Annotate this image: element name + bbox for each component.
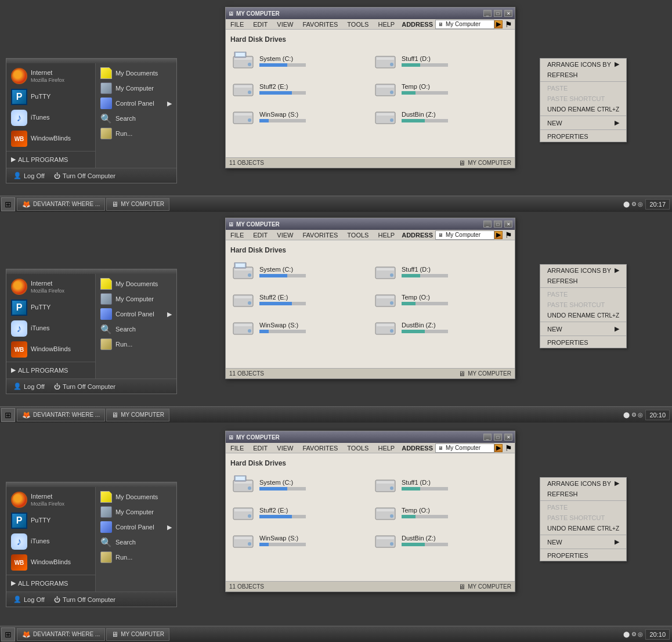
menu-edit-1[interactable]: EDIT: [248, 19, 272, 29]
address-go-btn-1[interactable]: ▶: [494, 20, 503, 28]
minimize-btn-1[interactable]: _: [483, 10, 492, 17]
taskbar-mycomp-1[interactable]: 🖥 MY COMPUTER: [106, 198, 169, 211]
menu-view-1[interactable]: VIEW: [272, 19, 298, 29]
taskbar-deviantart-1[interactable]: 🦊 DEVIANTART: WHERE ...: [17, 198, 105, 211]
drive-e-3[interactable]: Stuff2 (E:): [230, 501, 368, 524]
menu-help-3[interactable]: HELP: [373, 443, 399, 453]
menu-item-putty-1[interactable]: P PuTTY: [6, 86, 95, 107]
address-go-btn-3[interactable]: ▶: [494, 444, 503, 452]
menu-item-firefox-3[interactable]: Internet Mozilla Firefox: [6, 489, 95, 510]
menu-tools-2[interactable]: TOOLS: [342, 230, 373, 240]
drive-d-1[interactable]: Stuff1 (D:): [373, 49, 510, 73]
turnoff-button-3[interactable]: ⏻ Turn Off Computer: [52, 595, 118, 604]
ctx-new-2[interactable]: NEW ▶: [540, 323, 626, 334]
ctx-arrange-2[interactable]: ARRANGE ICONS BY ▶: [540, 265, 626, 276]
ctx-new-3[interactable]: NEW ▶: [540, 536, 626, 547]
menu-favorites-1[interactable]: FAVORITES: [298, 19, 342, 29]
close-btn-3[interactable]: ✕: [504, 434, 512, 441]
ctx-refresh-1[interactable]: REFRESH: [540, 70, 626, 80]
minimize-btn-3[interactable]: _: [483, 434, 492, 441]
ctx-arrange-1[interactable]: ARRANGE ICONS BY ▶: [540, 59, 626, 70]
menu-item-firefox-2[interactable]: Internet Mozilla Firefox: [6, 276, 95, 297]
start-menu-2[interactable]: Internet Mozilla Firefox P PuTTY ♪ iTune…: [6, 269, 177, 394]
all-programs-1[interactable]: ▶ ALL PROGRAMS: [6, 153, 95, 165]
ctx-arrange-3[interactable]: ARRANGE ICONS BY ▶: [540, 478, 626, 489]
start-button-1[interactable]: ⊞: [1, 197, 15, 211]
mycomp-window-3[interactable]: 🖥 MY COMPUTER _ □ ✕ FILE EDIT VIEW FAVOR…: [225, 431, 515, 592]
turnoff-button-2[interactable]: ⏻ Turn Off Computer: [52, 382, 118, 391]
menu-item-itunes-3[interactable]: ♪ iTunes: [6, 531, 95, 552]
drive-c-1[interactable]: System (C:): [230, 49, 368, 73]
maximize-btn-2[interactable]: □: [494, 221, 502, 228]
drive-d-2[interactable]: Stuff1 (D:): [373, 260, 510, 283]
menu-mydocs-2[interactable]: My Documents: [96, 276, 176, 291]
start-menu-1[interactable]: Internet Mozilla Firefox P PuTTY ♪ iTune…: [6, 58, 177, 183]
ctx-refresh-2[interactable]: REFRESH: [540, 276, 626, 286]
drive-o-3[interactable]: Temp (O:): [373, 501, 510, 524]
menu-search-3[interactable]: 🔍 Search: [96, 535, 176, 550]
menu-run-3[interactable]: Run...: [96, 550, 176, 565]
ctx-undo-3[interactable]: UNDO RENAME CTRL+Z: [540, 523, 626, 533]
menu-run-2[interactable]: Run...: [96, 337, 176, 352]
ctx-undo-2[interactable]: UNDO RENAME CTRL+Z: [540, 310, 626, 320]
menu-mycomp-1[interactable]: My Computer: [96, 81, 176, 96]
taskbar-mycomp-2[interactable]: 🖥 MY COMPUTER: [106, 409, 169, 421]
close-btn-2[interactable]: ✕: [504, 221, 512, 228]
menu-search-1[interactable]: 🔍 Search: [96, 111, 176, 126]
menu-item-itunes-2[interactable]: ♪ iTunes: [6, 318, 95, 339]
all-programs-3[interactable]: ▶ ALL PROGRAMS: [6, 577, 95, 589]
start-button-3[interactable]: ⊞: [1, 627, 15, 641]
menu-mycomp-2[interactable]: My Computer: [96, 291, 176, 306]
menu-run-1[interactable]: Run...: [96, 126, 176, 141]
drive-s-1[interactable]: WinSwap (S:): [230, 105, 368, 128]
ctx-properties-3[interactable]: PROPERTIES: [540, 550, 626, 561]
maximize-btn-1[interactable]: □: [494, 10, 502, 17]
drive-o-2[interactable]: Temp (O:): [373, 288, 510, 311]
drive-z-3[interactable]: DustBin (Z:): [373, 529, 510, 552]
mycomp-window-1[interactable]: 🖥 MY COMPUTER _ □ ✕ FILE EDIT VIEW FAVOR…: [225, 7, 515, 168]
drive-z-1[interactable]: DustBin (Z:): [373, 105, 510, 128]
taskbar-deviantart-2[interactable]: 🦊 DEVIANTART: WHERE ...: [17, 409, 105, 421]
start-menu-3[interactable]: Internet Mozilla Firefox P PuTTY ♪ iTune…: [6, 482, 177, 607]
menu-view-2[interactable]: VIEW: [272, 230, 298, 240]
context-menu-2[interactable]: ARRANGE ICONS BY ▶ REFRESH PASTE PASTE S…: [540, 264, 627, 348]
drive-d-3[interactable]: Stuff1 (D:): [373, 473, 510, 496]
maximize-btn-3[interactable]: □: [494, 434, 502, 441]
start-button-2[interactable]: ⊞: [1, 408, 15, 422]
menu-mydocs-1[interactable]: My Documents: [96, 66, 176, 81]
drive-e-2[interactable]: Stuff2 (E:): [230, 288, 368, 311]
ctx-properties-2[interactable]: PROPERTIES: [540, 337, 626, 348]
menu-file-3[interactable]: FILE: [226, 443, 248, 453]
menu-ctrlpanel-3[interactable]: Control Panel ▶: [96, 520, 176, 535]
drive-e-1[interactable]: Stuff2 (E:): [230, 77, 368, 100]
drive-c-2[interactable]: System (C:): [230, 260, 368, 283]
menu-item-putty-3[interactable]: P PuTTY: [6, 510, 95, 531]
drive-s-2[interactable]: WinSwap (S:): [230, 316, 368, 339]
context-menu-1[interactable]: ARRANGE ICONS BY ▶ REFRESH PASTE PASTE S…: [540, 58, 627, 142]
taskbar-mycomp-3[interactable]: 🖥 MY COMPUTER: [106, 628, 169, 641]
menu-item-putty-2[interactable]: P PuTTY: [6, 297, 95, 318]
address-input-1[interactable]: 🖥 My Computer: [435, 20, 494, 29]
menu-item-firefox-1[interactable]: Internet Mozilla Firefox: [6, 66, 95, 86]
ctx-undo-1[interactable]: UNDO RENAME CTRL+Z: [540, 104, 626, 114]
address-input-3[interactable]: 🖥 My Computer: [435, 443, 494, 453]
minimize-btn-2[interactable]: _: [483, 221, 492, 228]
menu-edit-2[interactable]: EDIT: [248, 230, 272, 240]
menu-search-2[interactable]: 🔍 Search: [96, 322, 176, 337]
menu-tools-3[interactable]: TOOLS: [342, 443, 373, 453]
turnoff-button-1[interactable]: ⏻ Turn Off Computer: [52, 171, 118, 181]
address-input-2[interactable]: 🖥 My Computer: [435, 230, 494, 240]
menu-file-1[interactable]: FILE: [226, 19, 248, 29]
drive-s-3[interactable]: WinSwap (S:): [230, 529, 368, 552]
logoff-button-3[interactable]: 👤 Log Off: [11, 594, 47, 604]
close-btn-1[interactable]: ✕: [504, 10, 512, 17]
logoff-button-2[interactable]: 👤 Log Off: [11, 381, 47, 391]
menu-item-wb-2[interactable]: WB WindowBlinds: [6, 339, 95, 360]
drive-z-2[interactable]: DustBin (Z:): [373, 316, 510, 339]
menu-mycomp-3[interactable]: My Computer: [96, 504, 176, 520]
menu-item-wb-3[interactable]: WB WindowBlinds: [6, 552, 95, 573]
menu-edit-3[interactable]: EDIT: [248, 443, 272, 453]
menu-ctrlpanel-1[interactable]: Control Panel ▶: [96, 96, 176, 111]
drive-c-3[interactable]: System (C:): [230, 473, 368, 496]
menu-file-2[interactable]: FILE: [226, 230, 248, 240]
